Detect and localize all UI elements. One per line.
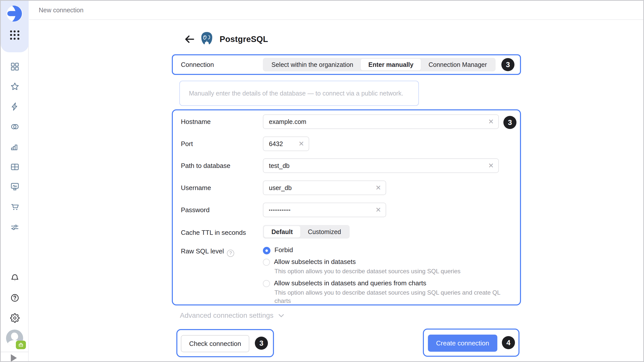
annotation-box-form: 3 Hostname example.com ✕ Port 6432 ✕ Pat… [172,109,521,305]
sidebar [1,1,29,361]
connection-type-switcher: Select within the organization Enter man… [263,58,496,71]
apps-grid-icon[interactable] [10,30,20,40]
password-input[interactable]: •••••••••••• ✕ [263,203,386,217]
annotation-box-check: Check connection 3 [176,329,274,357]
create-connection-button[interactable]: Create connection [428,335,497,352]
cache-ttl-label: Cache TTL in seconds [181,229,246,237]
briefcase-badge-icon [16,341,26,349]
hostname-label: Hostname [181,118,211,126]
annotation-box-connection: Connection Select within the organizatio… [172,54,521,75]
radio-icon[interactable] [263,259,270,266]
sidebar-expand-arrow-icon[interactable] [11,354,17,362]
back-arrow-icon[interactable] [184,33,195,45]
hostname-input[interactable]: example.com ✕ [263,114,499,129]
sidebar-item-dashboards[interactable] [10,62,20,72]
radio-selected-icon[interactable] [263,247,270,254]
clear-icon[interactable]: ✕ [488,118,494,125]
sidebar-item-datasets[interactable] [10,122,20,132]
clear-icon[interactable]: ✕ [375,207,381,213]
radio-option-subselects[interactable]: Allow subselects in datasets This option… [263,258,511,275]
check-connection-button[interactable]: Check connection [181,335,249,352]
logo-panel [1,1,29,52]
datalens-logo-icon[interactable] [6,5,23,22]
hint-text: Manually enter the details of the databa… [189,90,403,97]
port-label: Port [181,140,193,148]
raw-sql-options: Forbid Allow subselects in datasets This… [263,246,511,305]
sidebar-divider [1,352,29,352]
clear-icon[interactable]: ✕ [375,185,381,191]
password-label: Password [181,206,210,214]
cache-ttl-default[interactable]: Default [264,226,300,238]
annotation-badge-3: 3 [501,58,514,71]
page-title: PostgreSQL [220,34,268,44]
path-to-database-label: Path to database [181,162,230,170]
tab-enter-manually[interactable]: Enter manually [361,59,421,70]
radio-description: This option allows you to describe datas… [274,289,511,305]
username-input[interactable]: user_db ✕ [263,180,386,195]
sidebar-item-services[interactable] [10,222,20,232]
annotation-badge-3: 3 [255,337,268,350]
annotation-badge-4: 4 [502,336,515,349]
notifications-bell-icon[interactable] [10,273,20,283]
gear-icon[interactable] [10,313,20,323]
sidebar-item-charts[interactable] [10,142,20,152]
help-icon[interactable] [10,293,20,303]
hint-box: Manually enter the details of the databa… [179,81,419,106]
tab-select-within-organization[interactable]: Select within the organization [264,59,361,70]
tab-connection-manager[interactable]: Connection Manager [421,59,494,70]
annotation-box-create: Create connection 4 [423,329,519,357]
radio-description: This option allows you to describe datas… [274,267,511,275]
port-input[interactable]: 6432 ✕ [263,137,309,151]
clear-icon[interactable]: ✕ [298,141,304,147]
page-breadcrumb-title: New connection [39,7,84,14]
help-question-icon[interactable]: ? [227,250,234,257]
page-head: PostgreSQL [184,30,268,48]
path-to-database-input[interactable]: test_db ✕ [263,158,499,173]
advanced-settings-toggle[interactable]: Advanced connection settings [180,311,285,320]
sidebar-item-favorites[interactable] [10,81,20,92]
sidebar-item-editor[interactable] [10,102,20,112]
sidebar-item-tables[interactable] [10,162,20,172]
radio-icon[interactable] [263,280,270,287]
connection-label: Connection [181,61,214,69]
chevron-down-icon [277,312,285,319]
cache-ttl-customized[interactable]: Customized [300,226,349,238]
clear-icon[interactable]: ✕ [488,162,494,169]
radio-option-forbid[interactable]: Forbid [263,246,511,254]
radio-option-subselects-charts[interactable]: Allow subselects in datasets and queries… [263,279,511,305]
header-bar: New connection [29,1,643,20]
raw-sql-label: Raw SQL level? [181,247,234,257]
username-label: Username [181,184,211,192]
sidebar-item-monitoring[interactable] [10,182,20,192]
advanced-settings-label: Advanced connection settings [180,311,273,320]
annotation-badge-3: 3 [503,116,516,129]
app-window: New connection PostgreSQL Connection Sel… [0,0,644,362]
postgresql-logo-icon [199,31,215,48]
cache-ttl-switcher: Default Customized [263,225,350,239]
sidebar-item-marketplace[interactable] [10,202,20,212]
